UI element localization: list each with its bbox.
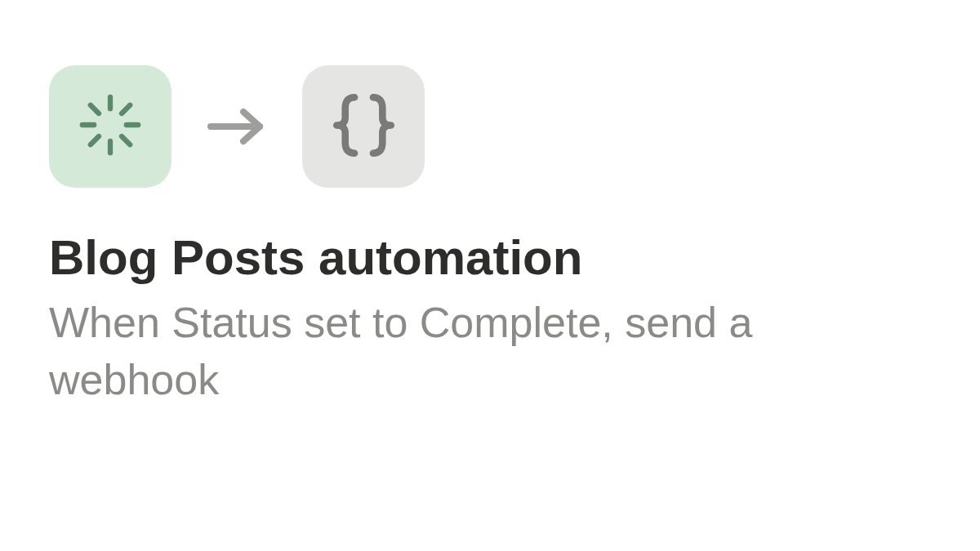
status-spinner-icon — [74, 88, 147, 165]
automation-description: When Status set to Complete, send a webh… — [49, 294, 931, 408]
svg-line-5 — [91, 136, 99, 144]
action-icon-box — [302, 65, 425, 188]
automation-title: Blog Posts automation — [49, 229, 931, 287]
svg-line-7 — [91, 105, 99, 113]
automation-icon-row — [49, 65, 931, 188]
automation-card[interactable]: Blog Posts automation When Status set to… — [49, 65, 931, 408]
svg-line-3 — [122, 136, 130, 144]
arrow-right-icon — [204, 102, 270, 151]
svg-line-1 — [122, 105, 130, 113]
webhook-braces-icon — [325, 87, 403, 167]
trigger-icon-box — [49, 65, 172, 188]
automation-text: Blog Posts automation When Status set to… — [49, 229, 931, 408]
